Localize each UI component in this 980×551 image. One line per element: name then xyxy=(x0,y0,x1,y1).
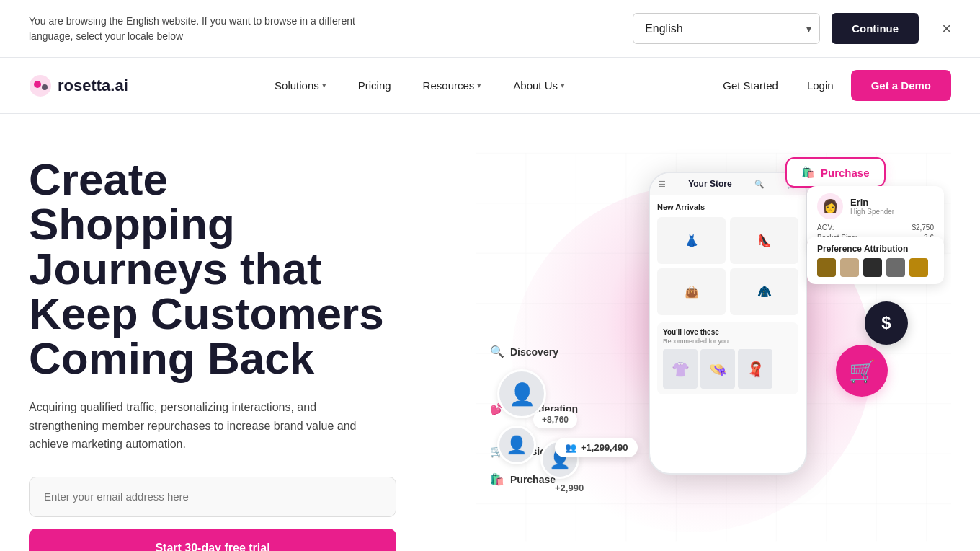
swatch-5 xyxy=(909,258,928,277)
purchase-emoji: 🛍️ xyxy=(801,166,815,179)
phone-top-bar: ☰ Your Store 🔍 🛒 xyxy=(650,173,806,195)
nav-about-us[interactable]: About Us ▾ xyxy=(500,74,578,97)
swatch-1 xyxy=(817,258,836,277)
phone-rec-subtitle: Recommended for you xyxy=(663,338,793,345)
language-select[interactable]: English Français Deutsch 日本語 xyxy=(633,13,820,44)
product-image-1: 👗 xyxy=(685,234,699,247)
navbar: rosetta.ai Solutions ▾ Pricing Resources… xyxy=(0,58,980,114)
svg-point-1 xyxy=(34,81,41,88)
email-input-wrapper[interactable] xyxy=(29,477,396,517)
dollar-bubble: $ xyxy=(865,301,908,345)
logo-icon xyxy=(29,74,52,97)
product-image-3: 👜 xyxy=(685,285,699,299)
cart-bubble: 🛒 xyxy=(836,345,888,397)
hero-heading: Create Shopping Journeys that Keep Custo… xyxy=(29,157,476,381)
user-count-badge: 👥 +1,299,490 xyxy=(555,438,638,457)
cart-icon: 🛒 xyxy=(849,358,876,384)
language-selector-wrapper: English Français Deutsch 日本語 ▾ xyxy=(633,13,820,44)
nav-resources[interactable]: Resources ▾ xyxy=(410,74,495,97)
close-banner-button[interactable]: × xyxy=(942,19,951,38)
swatch-4 xyxy=(886,258,905,277)
phone-rec-title: You'll love these xyxy=(663,328,793,336)
user-count-icon: 👥 xyxy=(565,442,576,453)
purchase-card: 🛍️ Purchase xyxy=(785,157,886,188)
logo-link[interactable]: rosetta.ai xyxy=(29,74,128,97)
product-image-2: 👠 xyxy=(757,234,772,247)
phone-new-arrivals-title: New Arrivals xyxy=(657,203,798,211)
phone-product-card-3: 👜 xyxy=(657,268,726,315)
navbar-actions: Get Started Login Get a Demo xyxy=(711,70,951,101)
erin-avatar: 👩 xyxy=(817,193,843,219)
logo-text: rosetta.ai xyxy=(58,76,128,95)
banner-message: You are browsing the English website. If… xyxy=(29,14,389,44)
phone-content: New Arrivals 👗 👠 👜 🧥 You'll love these R… xyxy=(650,195,806,402)
swatch-2 xyxy=(840,258,859,277)
email-input[interactable] xyxy=(44,490,381,503)
banner-controls: English Français Deutsch 日本語 ▾ Continue … xyxy=(633,13,951,44)
nav-pricing[interactable]: Pricing xyxy=(345,74,404,97)
rec-item-1: 👚 xyxy=(663,349,698,389)
trial-button[interactable]: Start 30-day free trial xyxy=(29,529,396,551)
erin-info: Erin High Spender xyxy=(850,197,894,216)
phone-product-card-1: 👗 xyxy=(657,217,726,264)
hero-left: Create Shopping Journeys that Keep Custo… xyxy=(29,143,476,551)
product-image-4: 🧥 xyxy=(757,285,772,299)
swatch-3 xyxy=(863,258,882,277)
avatar-1: 👤 xyxy=(497,426,536,464)
nav-solutions[interactable]: Solutions ▾ xyxy=(262,74,339,97)
user-plus-badge-large: +8,760 xyxy=(533,411,577,428)
preference-card: Preference Attribution xyxy=(807,237,944,284)
hero-section: Create Shopping Journeys that Keep Custo… xyxy=(0,114,980,551)
get-demo-button[interactable]: Get a Demo xyxy=(851,70,951,101)
phone-product-grid: 👗 👠 👜 🧥 xyxy=(657,217,798,315)
preference-swatches xyxy=(817,258,934,277)
login-link[interactable]: Login xyxy=(796,74,845,97)
about-chevron-icon: ▾ xyxy=(561,81,565,90)
rec-item-2: 👒 xyxy=(700,349,735,389)
phone-menu-icon: ☰ xyxy=(659,180,666,189)
continue-button[interactable]: Continue xyxy=(832,13,919,44)
user-count-small: +2,990 xyxy=(555,482,584,493)
erin-header: 👩 Erin High Spender xyxy=(817,193,934,219)
get-started-link[interactable]: Get Started xyxy=(711,74,790,97)
phone-mockup: ☰ Your Store 🔍 🛒 New Arrivals 👗 👠 👜 🧥 Yo… xyxy=(649,172,807,475)
nav-links: Solutions ▾ Pricing Resources ▾ About Us… xyxy=(262,74,578,97)
funnel-stage-discovery: 🔍 Discovery xyxy=(490,345,578,358)
hero-subtext: Acquiring qualified traffic, personalizi… xyxy=(29,398,389,454)
phone-rec-items: 👚 👒 🧣 xyxy=(663,349,793,389)
svg-point-2 xyxy=(42,84,48,90)
phone-search-icon: 🔍 xyxy=(754,180,765,189)
phone-recommendations: You'll love these Recommended for you 👚 … xyxy=(657,322,798,394)
phone-product-card-2: 👠 xyxy=(730,217,798,264)
solutions-chevron-icon: ▾ xyxy=(322,81,326,90)
rec-item-3: 🧣 xyxy=(738,349,772,389)
language-banner: You are browsing the English website. If… xyxy=(0,0,980,58)
resources-chevron-icon: ▾ xyxy=(477,81,481,90)
phone-product-card-4: 🧥 xyxy=(730,268,798,315)
phone-store-name: Your Store xyxy=(688,179,731,189)
hero-illustration: 🔍 Discovery 💕 Consideration 🛒 Decision 🛍… xyxy=(476,143,951,551)
